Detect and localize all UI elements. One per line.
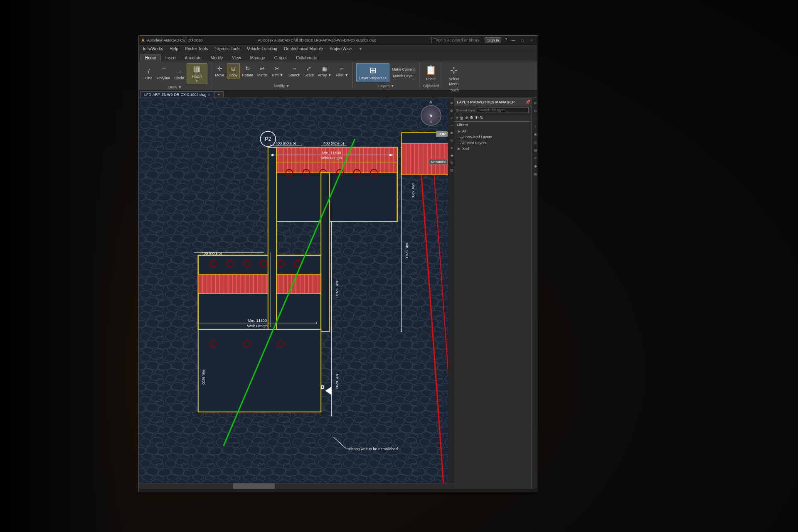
paste-button[interactable]: 📋 Paste	[423, 63, 439, 82]
drawing-area[interactable]: ✛ 🔍 ↖ 📏 ≡	[139, 98, 537, 489]
filter-used-icon: ·	[458, 141, 459, 145]
scrollbar-thumb-h[interactable]	[233, 483, 275, 489]
app-icon: A	[141, 38, 145, 43]
global-search-input[interactable]	[431, 37, 481, 43]
layer-freeze-button[interactable]: ❄	[465, 115, 468, 120]
array-button[interactable]: ▦ Array ▼	[316, 64, 333, 78]
select-mode-button[interactable]: ⊹ Select Mode	[446, 63, 462, 87]
filter-xref[interactable]: ▶ Xref	[454, 146, 537, 152]
minimize-button[interactable]: —	[510, 37, 516, 43]
maximize-button[interactable]: □	[520, 37, 525, 43]
ribbon-content: / Line ⌒ Polyline ○ Circle ▦ Hatch ▼	[139, 61, 537, 90]
ribbon-tab-manage[interactable]: Manage	[246, 54, 270, 61]
file-tab-bar: LFD-ARP-Z3-W2-DR-CX-0.1002.dwg × +	[139, 91, 537, 98]
layer-new-button[interactable]: +	[456, 115, 458, 120]
mirror-button[interactable]: ⇌ Mirror	[256, 64, 269, 78]
menu-extra[interactable]: ▼	[356, 45, 365, 53]
ribbon-tab-insert[interactable]: Insert	[161, 54, 180, 61]
menu-raster-tools[interactable]: Raster Tools	[182, 45, 210, 53]
layer-panel-toolbar: + 🗑 ❄ ⚙ 👁 ↻	[454, 114, 537, 122]
file-tab-active[interactable]: LFD-ARP-Z3-W2-DR-CX-0.1002.dwg ×	[140, 91, 214, 98]
panel-tool-6[interactable]: ◎	[532, 139, 537, 146]
hatch-icon: ▦	[193, 64, 200, 74]
mirror-icon: ⇌	[258, 64, 266, 73]
filter-all[interactable]: ▶ All	[454, 128, 537, 134]
menu-express-tools[interactable]: Express Tools	[212, 45, 243, 53]
compass-rose[interactable]: N S	[421, 105, 441, 126]
panel-tool-5[interactable]: ✱	[532, 131, 537, 138]
fillet-icon: ⌐	[338, 64, 346, 73]
copy-button[interactable]: ⧉ Copy	[227, 63, 240, 78]
panel-tool-4[interactable]: ↕	[532, 123, 537, 130]
layer-refresh-button[interactable]: ↻	[480, 115, 483, 120]
layer-search-input[interactable]	[477, 107, 529, 113]
panel-tool-3[interactable]: ↔	[532, 115, 537, 122]
layer-settings-button[interactable]: ⚙	[470, 115, 473, 120]
modify-buttons: ✛ Move ⧉ Copy ↻ Rotate ⇌ Mirror	[214, 63, 350, 78]
help-icon[interactable]: ?	[505, 38, 507, 42]
panel-tool-2[interactable]: ⊖	[532, 108, 537, 114]
ribbon: Home Insert Annotate Modify View Manage …	[139, 53, 537, 91]
ribbon-group-layers: ⊞ Layer Properties Make Current Match La…	[354, 62, 419, 89]
filter-all-label: All	[462, 129, 466, 133]
top-view-button[interactable]: TOP	[436, 131, 448, 137]
current-layer-label: Current layer	[456, 108, 475, 112]
new-tab-button[interactable]: +	[214, 91, 224, 98]
menu-bar: InfraWorks Help Raster Tools Express Too…	[139, 45, 537, 53]
menu-geotechnical[interactable]: Geotechnical Module	[281, 45, 325, 53]
svg-text:Min. 6200: Min. 6200	[202, 370, 205, 385]
title-bar-title: Autodesk AutoCAD Civil 3D 2018 LFD-ARP-Z…	[202, 38, 431, 42]
menu-vehicle-tracking[interactable]: Vehicle Tracking	[244, 45, 280, 53]
layer-properties-button[interactable]: ⊞ Layer Properties	[356, 63, 389, 82]
hatch-button[interactable]: ▦ Hatch ▼	[187, 63, 207, 84]
scale-icon: ⤢	[305, 64, 313, 73]
filter-non-xref-label: All non-Xref Layers	[461, 135, 493, 139]
ribbon-tab-output[interactable]: Output	[270, 54, 291, 61]
command-text[interactable]: _	[162, 491, 534, 492]
ribbon-group-touch: ⊹ Select Mode Touch	[443, 62, 465, 89]
svg-text:B: B	[321, 385, 324, 390]
polyline-button[interactable]: ⌒ Polyline	[155, 66, 172, 81]
layer-panel-pin[interactable]: 📌	[525, 100, 530, 104]
ribbon-tab-collaborate[interactable]: Collaborate	[291, 54, 322, 61]
file-tab-close[interactable]: ×	[208, 93, 210, 97]
panel-tool-8[interactable]: ≡	[532, 155, 537, 162]
move-button[interactable]: ✛ Move	[214, 64, 226, 78]
fillet-button[interactable]: ⌐ Fillet ▼	[334, 64, 350, 78]
layer-delete-button[interactable]: 🗑	[460, 115, 464, 120]
svg-rect-31	[198, 329, 321, 412]
layers-buttons: ⊞ Layer Properties Make Current Match La…	[356, 63, 416, 82]
app-name: Autodesk AutoCAD Civil 3D 2018	[147, 38, 202, 42]
filter-used[interactable]: · All Used Layers	[454, 140, 537, 146]
ribbon-group-modify: ✛ Move ⧉ Copy ↻ Rotate ⇌ Mirror	[211, 62, 353, 89]
layer-view-button[interactable]: 👁	[475, 115, 479, 120]
filter-non-xref[interactable]: · All non-Xref Layers	[454, 134, 537, 140]
ribbon-tab-view[interactable]: View	[227, 54, 246, 61]
panel-tool-9[interactable]: ◆	[532, 163, 537, 169]
rotate-button[interactable]: ↻ Rotate	[241, 64, 255, 78]
make-current-button[interactable]: Make Current	[390, 66, 416, 72]
filter-used-label: All Used Layers	[461, 141, 487, 145]
menu-projectwise[interactable]: ProjectWise	[327, 45, 354, 53]
trim-button[interactable]: ✂ Trim ▼	[270, 64, 285, 78]
panel-tool-10[interactable]: ⊠	[532, 171, 537, 177]
scale-button[interactable]: ⤢ Scale	[303, 64, 315, 78]
panel-tool-7[interactable]: ⊞	[532, 147, 537, 154]
ribbon-tab-modify[interactable]: Modify	[206, 54, 227, 61]
menu-infraworks[interactable]: InfraWorks	[140, 45, 165, 53]
ribbon-tab-home[interactable]: Home	[140, 54, 161, 61]
match-layer-button[interactable]: Match Layer	[390, 73, 416, 79]
ribbon-tabs: Home Insert Annotate Modify View Manage …	[139, 53, 537, 61]
panel-tool-1[interactable]: ⊕	[532, 100, 537, 106]
stretch-button[interactable]: ↔ Stretch	[287, 64, 302, 78]
sign-in-button[interactable]: Sign In	[485, 37, 501, 43]
horizontal-scrollbar[interactable]	[139, 483, 454, 489]
touch-group-label: Touch	[449, 88, 459, 92]
circle-button[interactable]: ○ Circle	[173, 66, 186, 81]
trim-icon: ✂	[273, 64, 281, 73]
line-button[interactable]: / Line	[143, 66, 155, 81]
ribbon-tab-annotate[interactable]: Annotate	[180, 54, 206, 61]
menu-help[interactable]: Help	[167, 45, 181, 53]
close-button[interactable]: ×	[529, 37, 534, 43]
svg-text:Min. 11800: Min. 11800	[322, 151, 341, 155]
